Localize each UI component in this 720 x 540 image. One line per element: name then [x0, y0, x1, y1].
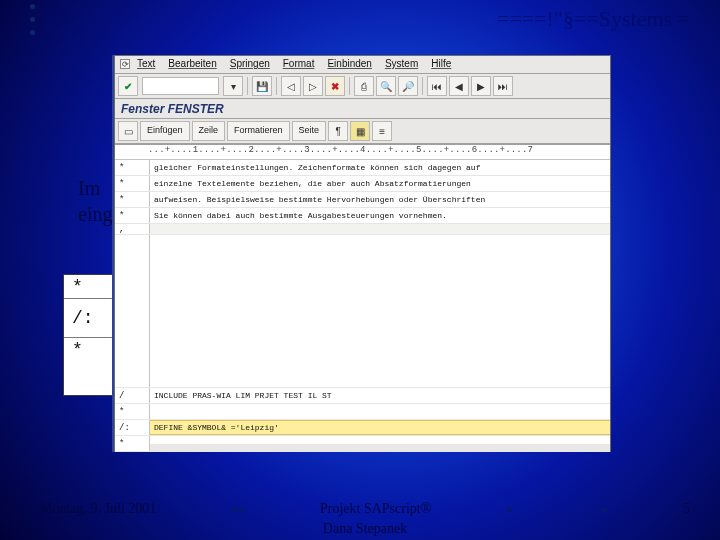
line-button[interactable]: Zeile: [192, 121, 226, 141]
menu-item[interactable]: Format: [283, 58, 315, 69]
editor-row[interactable]: /INCLUDE PRAS-WIA LIM PRJET TEST IL ST: [115, 388, 610, 404]
first-page-icon[interactable]: ⏮: [427, 76, 447, 96]
bullet-dot: [30, 4, 35, 9]
find-icon[interactable]: 🔍: [376, 76, 396, 96]
editor-margin: *: [115, 436, 150, 451]
bullet-dot: [30, 30, 35, 35]
editor-text[interactable]: gleicher Formateinstellungen. Zeichenfor…: [150, 160, 610, 175]
editor-margin: *: [115, 160, 150, 175]
find-next-icon[interactable]: 🔎: [398, 76, 418, 96]
editor-row[interactable]: *aufweisen. Beispielsweise bestimmte Her…: [115, 192, 610, 208]
back-icon[interactable]: ◁: [281, 76, 301, 96]
next-page-icon[interactable]: ▶: [471, 76, 491, 96]
editor-row[interactable]: *gleicher Formateinstellungen. Zeichenfo…: [115, 160, 610, 176]
editor-row[interactable]: *einzelne Textelemente beziehen, die abe…: [115, 176, 610, 192]
menu-item[interactable]: Einbinden: [327, 58, 371, 69]
footer-date: Montag, 9. Juli 2001: [40, 501, 156, 517]
sapscript-editor[interactable]: ...+....1....+....2....+....3....+....4.…: [115, 144, 610, 444]
editor-row[interactable]: /:DEFINE &SYMBOL& ='Leipzig': [115, 420, 610, 436]
footer-pagenum: 5: [683, 501, 690, 517]
editor-text[interactable]: DEFINE &SYMBOL& ='Leipzig': [150, 420, 610, 435]
exit-icon[interactable]: ▷: [303, 76, 323, 96]
menu-item[interactable]: Bearbeiten: [168, 58, 216, 69]
main-toolbar: ✔ ▾ 💾 ◁ ▷ ✖ ⎙ 🔍 🔎 ⏮ ◀ ▶ ⏭: [115, 74, 610, 99]
menu-item[interactable]: Hilfe: [431, 58, 451, 69]
editor-margin: /: [115, 388, 150, 403]
page-button[interactable]: Seite: [292, 121, 327, 141]
side-bullet-dots: [30, 4, 35, 43]
select-icon[interactable]: ▭: [118, 121, 138, 141]
dropdown-icon[interactable]: ▾: [223, 76, 243, 96]
prev-page-icon[interactable]: ◀: [449, 76, 469, 96]
editor-text[interactable]: aufweisen. Beispielsweise bestimmte Herv…: [150, 192, 610, 207]
slide-footer: Montag, 9. Juli 2001 Projekt SAPscript® …: [0, 501, 720, 537]
insert-button[interactable]: Einfügen: [140, 121, 190, 141]
editor-row[interactable]: *Sie können dabei auch bestimmte Ausgabe…: [115, 208, 610, 224]
editor-text[interactable]: einzelne Textelemente beziehen, die aber…: [150, 176, 610, 191]
paragraph-icon[interactable]: ≡: [372, 121, 392, 141]
bullet-dot: [30, 17, 35, 22]
editor-margin: *: [115, 192, 150, 207]
editor-margin: *: [115, 176, 150, 191]
editor-margin: *: [115, 404, 150, 419]
menu-item[interactable]: Springen: [230, 58, 270, 69]
editor-occluded-region: [115, 235, 610, 388]
sap-editor-window: ⟳ TextBearbeitenSpringenFormatEinbindenS…: [114, 55, 611, 452]
editor-margin: /:: [115, 420, 150, 435]
editor-row[interactable]: *: [115, 404, 610, 420]
footer-project: Projekt SAPscript®: [320, 501, 431, 517]
last-page-icon[interactable]: ⏭: [493, 76, 513, 96]
editor-row-sep: ,: [115, 224, 610, 235]
header-brand-text: ====!"§==Systems =: [497, 6, 690, 32]
print-icon[interactable]: ⎙: [354, 76, 374, 96]
menu-item[interactable]: System: [385, 58, 418, 69]
footer-dot: [232, 507, 237, 512]
menu-bar: TextBearbeitenSpringenFormatEinbindenSys…: [115, 56, 610, 74]
footer-dot: [239, 507, 244, 512]
footer-dot: [602, 507, 607, 512]
editor-text[interactable]: INCLUDE PRAS-WIA LIM PRJET TEST IL ST: [150, 388, 610, 403]
footer-author: Dana Stepanek: [323, 521, 407, 536]
highlight-icon[interactable]: ▦: [350, 121, 370, 141]
editor-ruler: ...+....1....+....2....+....3....+....4.…: [115, 145, 610, 160]
editor-text[interactable]: [150, 404, 610, 419]
char-format-icon[interactable]: ¶: [328, 121, 348, 141]
editor-margin: *: [115, 208, 150, 223]
footer-dot: [507, 507, 512, 512]
editor-row[interactable]: *: [115, 436, 610, 452]
cancel-icon[interactable]: ✖: [325, 76, 345, 96]
editor-toolbar: ▭ Einfügen Zeile Formatieren Seite ¶ ▦ ≡: [115, 119, 610, 144]
save-icon[interactable]: 💾: [252, 76, 272, 96]
ok-icon[interactable]: ✔: [118, 76, 138, 96]
format-button[interactable]: Formatieren: [227, 121, 290, 141]
command-field[interactable]: [142, 77, 219, 95]
editor-text[interactable]: [150, 436, 610, 451]
window-title: Fenster FENSTER: [115, 99, 610, 119]
refresh-icon[interactable]: ⟳: [120, 59, 130, 69]
editor-text[interactable]: Sie können dabei auch bestimmte Ausgabes…: [150, 208, 610, 223]
menu-item[interactable]: Text: [137, 58, 155, 69]
